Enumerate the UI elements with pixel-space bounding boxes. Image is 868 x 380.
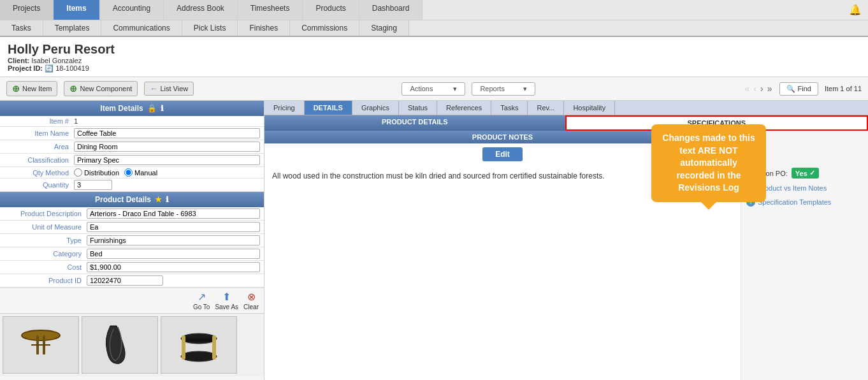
tab-address-book[interactable]: Address Book: [164, 0, 238, 20]
item-counter: Item 1 of 11: [825, 85, 862, 92]
edit-button[interactable]: Edit: [482, 147, 523, 161]
nav-first-button[interactable]: «: [744, 84, 751, 94]
tab-status[interactable]: Status: [399, 101, 437, 115]
nav-next-button[interactable]: ›: [759, 84, 765, 94]
product-details-title: Product Details: [95, 195, 151, 204]
thumbnail-2[interactable]: [82, 316, 158, 374]
tab-commissions[interactable]: Commissions: [290, 20, 359, 36]
client-info: Client: Isabel Gonzalez: [8, 57, 860, 64]
svg-rect-5: [183, 339, 215, 342]
field-row-classification: Classification: [0, 154, 264, 167]
clear-button[interactable]: ⊗ Clear: [243, 291, 259, 311]
distribution-radio[interactable]: Distribution: [74, 168, 119, 177]
nav-arrows: « ‹ › »: [744, 84, 774, 94]
classification-input[interactable]: [74, 155, 260, 165]
thumbnail-3[interactable]: [161, 316, 237, 374]
cost-input[interactable]: [87, 262, 260, 272]
type-input[interactable]: [87, 235, 260, 245]
goto-icon: ↗: [198, 291, 206, 303]
client-name: Isabel Gonzalez: [31, 57, 82, 64]
lock-icon: 🔒: [147, 104, 157, 113]
svg-point-0: [22, 330, 60, 340]
spec-templates-label: Specification Templates: [758, 198, 831, 206]
tab-rev[interactable]: Rev...: [528, 101, 564, 115]
classification-label: Classification: [4, 156, 74, 164]
second-nav: Tasks Templates Communications Pick List…: [0, 20, 868, 37]
project-id: 18-100419: [55, 64, 89, 72]
svg-rect-8: [212, 335, 216, 360]
thumbnail-svg-1: [12, 319, 69, 370]
uom-input[interactable]: [87, 222, 260, 232]
tab-timesheets[interactable]: Timesheets: [238, 0, 303, 20]
product-description-input[interactable]: [87, 208, 260, 219]
thumbnail-svg-2: [91, 319, 148, 370]
item-name-input[interactable]: [74, 128, 260, 138]
tab-dashboard[interactable]: Dashboard: [359, 0, 423, 20]
product-id-input[interactable]: [87, 275, 163, 286]
tab-accounting[interactable]: Accounting: [100, 0, 164, 20]
tab-templates[interactable]: Templates: [43, 20, 102, 36]
right-panel: Pricing DETAILS Graphics Status Referenc…: [264, 101, 868, 380]
new-item-button[interactable]: ⊕ New Item: [6, 81, 57, 96]
item-num-value: 1: [74, 117, 260, 125]
chevron-down-icon: ▾: [453, 85, 457, 93]
list-view-button[interactable]: ← List View: [144, 82, 194, 96]
sub-tab-bar: Product Details SPECIFICATIONS: [264, 115, 868, 131]
product-details-header: Product Details ★ ℹ: [0, 192, 264, 207]
svg-point-6: [181, 351, 217, 362]
save-as-label: Save As: [215, 303, 238, 311]
area-input[interactable]: [74, 142, 260, 152]
info-icon[interactable]: ℹ: [161, 104, 164, 113]
thumbnails-row: [0, 313, 264, 376]
tab-items[interactable]: Items: [54, 0, 99, 20]
category-input[interactable]: [87, 249, 260, 259]
product-info-icon[interactable]: ℹ: [166, 195, 169, 204]
tab-tasks[interactable]: Tasks: [0, 20, 43, 36]
item-details-title: Item Details: [100, 104, 143, 113]
yes-label: Yes: [795, 170, 807, 177]
tab-pricing[interactable]: Pricing: [264, 101, 305, 115]
project-id-info: Project ID: 🔄 18-100419: [8, 64, 860, 73]
quantity-input[interactable]: [74, 180, 112, 190]
tab-tasks[interactable]: Tasks: [491, 101, 528, 115]
tab-finishes[interactable]: Finishes: [238, 20, 290, 36]
quantity-label: Quantity: [4, 181, 74, 189]
plus-icon: ⊕: [12, 84, 20, 94]
tab-pick-lists[interactable]: Pick Lists: [182, 20, 238, 36]
tab-staging[interactable]: Staging: [359, 20, 409, 36]
actions-dropdown[interactable]: Actions ▾: [401, 82, 465, 96]
thumbnail-1[interactable]: [3, 316, 79, 374]
left-panel: Item Details 🔒 ℹ Item # 1 Item Name Area…: [0, 101, 264, 380]
manual-radio[interactable]: Manual: [124, 168, 157, 177]
tab-graphics[interactable]: Graphics: [352, 101, 399, 115]
find-label: Find: [798, 85, 811, 92]
product-field-id: Product ID: [0, 274, 264, 288]
nav-last-button[interactable]: »: [766, 84, 774, 94]
yes-badge[interactable]: Yes ✓: [792, 168, 819, 179]
header-area: Holly Peru Resort Client: Isabel Gonzale…: [0, 37, 868, 77]
tab-details[interactable]: DETAILS: [305, 101, 352, 115]
tab-projects[interactable]: Projects: [0, 0, 54, 20]
tab-hospitality[interactable]: Hospitality: [564, 101, 615, 115]
tab-products[interactable]: Products: [303, 0, 359, 20]
top-nav: Projects Items Accounting Address Book T…: [0, 0, 868, 20]
qty-method-label: Qty Method: [4, 169, 74, 177]
sub-tab-product-details[interactable]: Product Details: [264, 115, 565, 131]
nav-prev-button[interactable]: ‹: [752, 84, 758, 94]
tab-references[interactable]: References: [437, 101, 491, 115]
project-name: Holly Peru Resort: [8, 42, 860, 57]
category-label: Category: [4, 250, 87, 258]
cost-label: Cost: [4, 263, 87, 271]
reports-dropdown[interactable]: Reports ▾: [472, 82, 535, 96]
tab-communications[interactable]: Communications: [101, 20, 182, 36]
new-component-button[interactable]: ⊕ New Component: [64, 81, 138, 96]
goto-button[interactable]: ↗ Go To: [193, 291, 210, 311]
notification-icon[interactable]: 🔔: [843, 0, 868, 20]
thumbnail-svg-3: [170, 319, 228, 370]
qty-method-group: Distribution Manual: [74, 168, 157, 177]
saveas-icon: ⬆: [222, 291, 231, 303]
star-icon[interactable]: ★: [155, 195, 162, 204]
product-field-description: Product Description: [0, 207, 264, 221]
find-button[interactable]: 🔍 Find: [779, 82, 818, 96]
save-as-button[interactable]: ⬆ Save As: [215, 291, 238, 311]
